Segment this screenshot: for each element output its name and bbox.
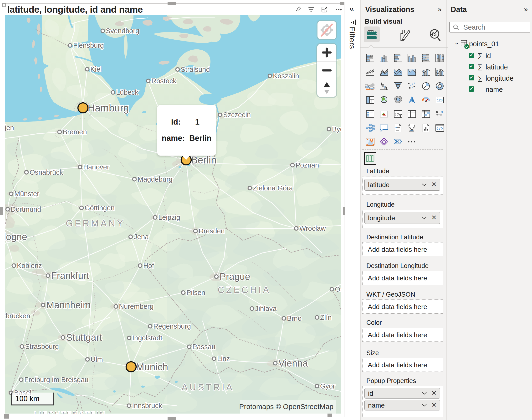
- svg-text:Munich: Munich: [136, 361, 168, 373]
- svg-text:Prague: Prague: [220, 271, 250, 282]
- svg-text:Berlin: Berlin: [191, 154, 216, 165]
- svg-text:Mannheim: Mannheim: [46, 300, 91, 310]
- svg-text:Osnabrück: Osnabrück: [29, 168, 63, 176]
- svg-text:Vienna: Vienna: [278, 358, 308, 368]
- svg-text:Regensburg: Regensburg: [153, 322, 191, 330]
- svg-text:Koblenz: Koblenz: [17, 262, 42, 270]
- svg-text:AUSTRIA: AUSTRIA: [182, 382, 234, 392]
- svg-text:Freiburg im Breisgau: Freiburg im Breisgau: [24, 376, 88, 384]
- svg-text:Svendborg: Svendborg: [106, 27, 139, 35]
- svg-text:rbrücken: rbrücken: [5, 312, 30, 320]
- svg-text:Nuremberg: Nuremberg: [119, 303, 154, 310]
- svg-text:Szczecin: Szczecin: [223, 111, 251, 119]
- svg-text:Frankfurt: Frankfurt: [51, 270, 89, 281]
- svg-text:Bremen: Bremen: [63, 128, 87, 136]
- svg-text:Strasbourg: Strasbourg: [25, 343, 59, 350]
- svg-text:Koszalin: Koszalin: [273, 72, 299, 80]
- svg-text:Hanover: Hanover: [83, 163, 109, 171]
- svg-text:Münster: Münster: [14, 190, 39, 198]
- svg-text:Linz: Linz: [217, 355, 230, 362]
- svg-text:Leipzig: Leipzig: [158, 214, 180, 221]
- svg-text:Brno: Brno: [287, 315, 302, 322]
- svg-text:jen: jen: [5, 124, 14, 132]
- svg-text:Ingolstadt: Ingolstadt: [132, 334, 162, 342]
- svg-text:Poznan: Poznan: [295, 161, 319, 169]
- svg-text:Flensburg: Flensburg: [73, 42, 104, 49]
- svg-text:Magdeburg: Magdeburg: [138, 175, 173, 183]
- svg-text:Wrocław: Wrocław: [299, 225, 326, 232]
- svg-text:Göttingen: Göttingen: [85, 204, 115, 212]
- svg-text:Ulm: Ulm: [91, 356, 103, 363]
- svg-text:Os: Os: [335, 285, 341, 293]
- svg-text:Jihlava: Jihlava: [255, 305, 277, 312]
- svg-text:Pilsen: Pilsen: [186, 289, 205, 296]
- svg-text:Rostock: Rostock: [151, 77, 176, 85]
- svg-text:Lübeck: Lübeck: [116, 89, 139, 96]
- svg-text:Jena: Jena: [134, 233, 149, 240]
- svg-text:Dresden: Dresden: [198, 227, 225, 235]
- svg-text:Kiel: Kiel: [90, 65, 102, 73]
- svg-text:Innsbruck: Innsbruck: [132, 402, 162, 409]
- svg-text:Hamburg: Hamburg: [88, 102, 129, 114]
- svg-text:GERMANY: GERMANY: [66, 218, 125, 228]
- svg-text:Passau: Passau: [192, 343, 215, 351]
- svg-text:Hof: Hof: [143, 262, 154, 270]
- svg-text:Bydg: Bydg: [332, 125, 341, 133]
- svg-text:LIECHTENSTEIN: LIECHTENSTEIN: [34, 410, 106, 414]
- svg-text:Zlín: Zlín: [320, 314, 332, 321]
- svg-text:Stuttgart: Stuttgart: [66, 332, 102, 343]
- svg-text:CZECHIA: CZECHIA: [218, 285, 271, 295]
- svg-text:Gyor: Gyor: [320, 382, 335, 390]
- svg-text:Zielona Góra: Zielona Góra: [253, 184, 293, 192]
- svg-text:123: 123: [437, 98, 443, 102]
- svg-text:Dortmund: Dortmund: [11, 206, 41, 213]
- svg-text:Stralsund: Stralsund: [181, 66, 210, 73]
- svg-text:logne: logne: [5, 231, 27, 242]
